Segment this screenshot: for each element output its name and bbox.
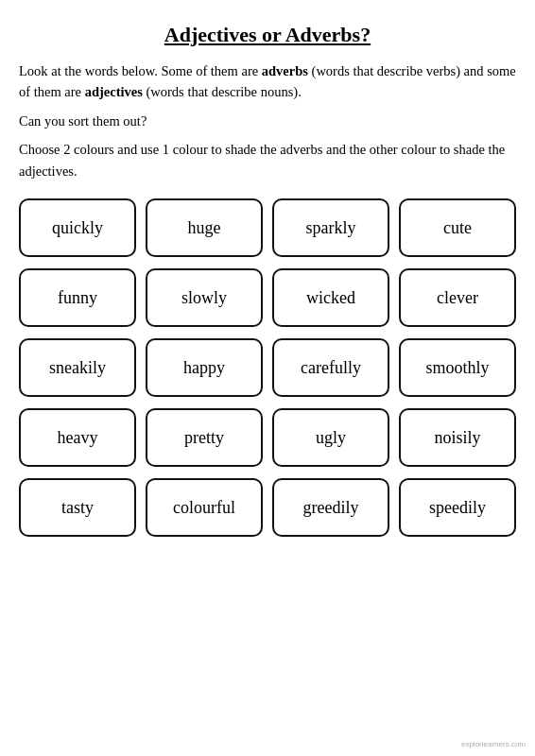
word-box[interactable]: funny (19, 268, 136, 327)
word-box[interactable]: noisily (399, 408, 516, 467)
word-box[interactable]: sparkly (272, 198, 389, 257)
word-box[interactable]: slowly (146, 268, 263, 327)
words-grid: quicklyhugesparklycutefunnyslowlywickedc… (19, 198, 516, 537)
instruction-1: Look at the words below. Some of them ar… (19, 60, 516, 103)
word-box[interactable]: huge (146, 198, 263, 257)
word-box[interactable]: clever (399, 268, 516, 327)
word-box[interactable]: ugly (272, 408, 389, 467)
word-box[interactable]: sneakily (19, 338, 136, 397)
word-box[interactable]: pretty (146, 408, 263, 467)
word-box[interactable]: colourful (146, 478, 263, 537)
instruction-2: Choose 2 colours and use 1 colour to sha… (19, 139, 516, 181)
word-box[interactable]: wicked (272, 268, 389, 327)
word-box[interactable]: speedily (399, 478, 516, 537)
word-box[interactable]: quickly (19, 198, 136, 257)
page-title: Adjectives or Adverbs? (19, 23, 516, 47)
worksheet-page: Adjectives or Adverbs? Look at the words… (0, 0, 535, 756)
watermark: explorlearners.com (461, 740, 526, 748)
word-box[interactable]: greedily (272, 478, 389, 537)
word-box[interactable]: carefully (272, 338, 389, 397)
word-box[interactable]: cute (399, 198, 516, 257)
word-box[interactable]: tasty (19, 478, 136, 537)
word-box[interactable]: happy (146, 338, 263, 397)
word-box[interactable]: heavy (19, 408, 136, 467)
instruction-question: Can you sort them out? (19, 111, 516, 131)
word-box[interactable]: smoothly (399, 338, 516, 397)
